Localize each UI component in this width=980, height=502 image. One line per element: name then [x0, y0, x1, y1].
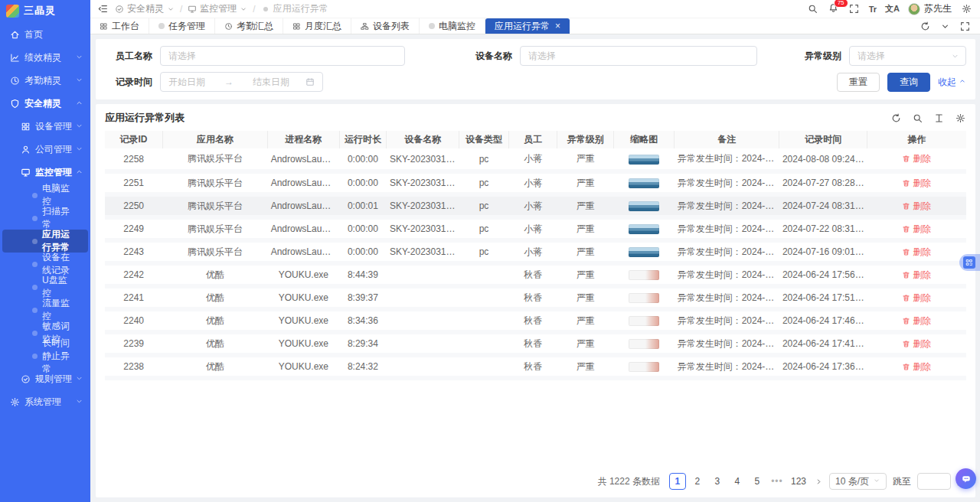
- cell-record-time: 2024-06-24 17:36:40: [779, 355, 867, 378]
- screenshot-thumbnail[interactable]: [629, 178, 659, 188]
- screenshot-thumbnail[interactable]: [629, 293, 659, 303]
- delete-label: 删除: [913, 223, 931, 236]
- delete-button[interactable]: 删除: [902, 269, 931, 282]
- delete-button[interactable]: 删除: [902, 200, 931, 213]
- screenshot-thumbnail[interactable]: [629, 270, 659, 280]
- tab-attendance-summary[interactable]: 考勤汇总: [215, 18, 283, 34]
- table-density-icon[interactable]: [933, 112, 945, 124]
- tab-device-list[interactable]: 设备列表: [351, 18, 420, 34]
- screenshot-thumbnail[interactable]: [629, 155, 659, 165]
- delete-button[interactable]: 删除: [902, 292, 931, 305]
- reset-button[interactable]: 重置: [837, 73, 880, 92]
- screenshot-thumbnail[interactable]: [629, 316, 659, 326]
- screenshot-thumbnail[interactable]: [629, 339, 659, 349]
- sidebar-item-security[interactable]: 安全精灵: [0, 92, 90, 115]
- breadcrumb-security[interactable]: 安全精灵: [115, 2, 175, 15]
- font-size-icon[interactable]: Tr: [869, 5, 877, 14]
- settings-gear-icon[interactable]: [960, 3, 972, 15]
- topbar-right: 75 Tr 文A 苏先生: [807, 2, 972, 16]
- refresh-tab-icon[interactable]: [919, 20, 931, 32]
- screenshot-thumbnail[interactable]: [629, 362, 659, 372]
- sidebar-item-performance[interactable]: 绩效精灵: [0, 46, 90, 69]
- breadcrumb-monitor-mgmt[interactable]: 监控管理: [188, 2, 247, 15]
- delete-button[interactable]: 删除: [902, 337, 931, 350]
- page-button-2[interactable]: 2: [689, 473, 706, 490]
- cell-actions: 删除: [867, 148, 966, 171]
- tab-pc-monitor[interactable]: 电脑监控: [420, 18, 485, 34]
- tab-app-run-anomaly[interactable]: 应用运行异常×: [485, 18, 570, 34]
- column-header: 运行时长: [339, 131, 387, 148]
- anomaly-level-select[interactable]: 请选择: [849, 46, 966, 66]
- anomaly-level-label: 异常级别: [794, 50, 841, 63]
- table-search-icon[interactable]: [911, 112, 923, 124]
- table-row: 2239优酷YOUKU.exe8:29:34秋香严重异常发生时间：2024-06…: [105, 332, 966, 355]
- delete-button[interactable]: 删除: [902, 223, 931, 236]
- sidebar-item-monitor-mgmt[interactable]: 监控管理: [0, 161, 90, 184]
- tab-workbench[interactable]: 工作台: [90, 18, 149, 34]
- delete-button[interactable]: 删除: [902, 315, 931, 328]
- next-page-icon[interactable]: [815, 478, 823, 486]
- employee-name-input[interactable]: 请选择: [160, 46, 405, 66]
- cell-app-name: 腾讯娱乐平台: [162, 240, 267, 263]
- jump-to-page-input[interactable]: [917, 473, 951, 490]
- sidebar-item-label: U盘监控: [42, 274, 75, 300]
- delete-button[interactable]: 删除: [902, 177, 931, 190]
- sidebar-item-device-mgmt[interactable]: 设备管理: [0, 115, 90, 138]
- sidebar-item-app-run-anomaly[interactable]: 应用运行异常: [2, 230, 88, 253]
- sidebar-item-device-online-record[interactable]: 设备在线记录: [0, 253, 90, 275]
- chart-icon: [10, 53, 20, 63]
- cell-app-name: 腾讯娱乐平台: [162, 148, 267, 171]
- translate-icon[interactable]: 文A: [885, 3, 900, 15]
- tabs-dropdown-icon[interactable]: [939, 20, 951, 32]
- search-button[interactable]: 查询: [887, 73, 930, 92]
- screenshot-thumbnail[interactable]: [629, 201, 659, 211]
- page-size-select[interactable]: 10 条/页: [829, 473, 887, 490]
- chat-assistant-button[interactable]: [956, 468, 976, 489]
- screenshot-thumbnail[interactable]: [629, 224, 659, 234]
- close-tab-icon[interactable]: ×: [555, 21, 560, 31]
- sidebar-item-attendance[interactable]: 考勤精灵: [0, 69, 90, 92]
- chevron-down-icon: [951, 52, 959, 60]
- tab-monthly-summary[interactable]: 月度汇总: [283, 18, 351, 34]
- sidebar-item-system-mgmt[interactable]: 系统管理: [0, 390, 90, 413]
- floating-edge-widget[interactable]: [959, 254, 980, 271]
- device-name-input[interactable]: 请选择: [520, 46, 757, 66]
- table-title: 应用运行异常列表: [105, 111, 185, 125]
- sidebar-item-pc-monitor[interactable]: 电脑监控: [0, 184, 90, 207]
- page-button-5[interactable]: 5: [749, 473, 766, 490]
- delete-button[interactable]: 删除: [902, 152, 931, 165]
- table-settings-icon[interactable]: [954, 112, 966, 124]
- sidebar-item-long-idle-anomaly[interactable]: 长时间静止异常: [0, 344, 90, 367]
- delete-label: 删除: [913, 152, 931, 165]
- sidebar-item-home[interactable]: 首页: [0, 23, 90, 46]
- page-button-1[interactable]: 1: [669, 473, 686, 490]
- screenshot-thumbnail[interactable]: [629, 247, 659, 257]
- sidebar-item-scan-anomaly[interactable]: 扫描异常: [0, 207, 90, 230]
- table-refresh-icon[interactable]: [890, 112, 902, 124]
- cell-record-time: 2024-07-27 08:28:25: [779, 171, 867, 194]
- sidebar-item-traffic-monitor[interactable]: 流量监控: [0, 298, 90, 321]
- page-button-3[interactable]: 3: [709, 473, 726, 490]
- topbar: 安全精灵/监控管理/应用运行异常 75 Tr 文A 苏先生: [90, 0, 980, 18]
- cell-process-name: AndrowsLauncher...: [268, 194, 339, 217]
- user-menu[interactable]: 苏先生: [908, 2, 952, 15]
- collapse-sidebar-icon[interactable]: [96, 3, 109, 15]
- cell-process-name: YOUKU.exe: [268, 332, 339, 355]
- tab-task-mgmt[interactable]: 任务管理: [149, 18, 215, 34]
- sidebar-item-company-mgmt[interactable]: 公司管理: [0, 138, 90, 161]
- collapse-filters-link[interactable]: 收起: [938, 76, 966, 89]
- page-button-123[interactable]: 123: [789, 473, 808, 490]
- record-time-range-picker[interactable]: 开始日期 → 结束日期: [160, 72, 323, 92]
- sidebar-item-label: 公司管理: [35, 143, 72, 156]
- notifications[interactable]: 75: [828, 2, 840, 16]
- sidebar-item-rule-mgmt[interactable]: 规则管理: [0, 367, 90, 390]
- sidebar-item-usb-monitor[interactable]: U盘监控: [0, 275, 90, 298]
- search-icon[interactable]: [807, 3, 819, 15]
- maximize-view-icon[interactable]: [959, 20, 971, 32]
- delete-button[interactable]: 删除: [902, 246, 931, 259]
- delete-button[interactable]: 删除: [902, 360, 931, 373]
- page-button-4[interactable]: 4: [729, 473, 746, 490]
- fullscreen-icon[interactable]: [848, 3, 861, 15]
- cell-anomaly-level: 严重: [557, 217, 614, 240]
- column-header: 进程名称: [268, 131, 339, 148]
